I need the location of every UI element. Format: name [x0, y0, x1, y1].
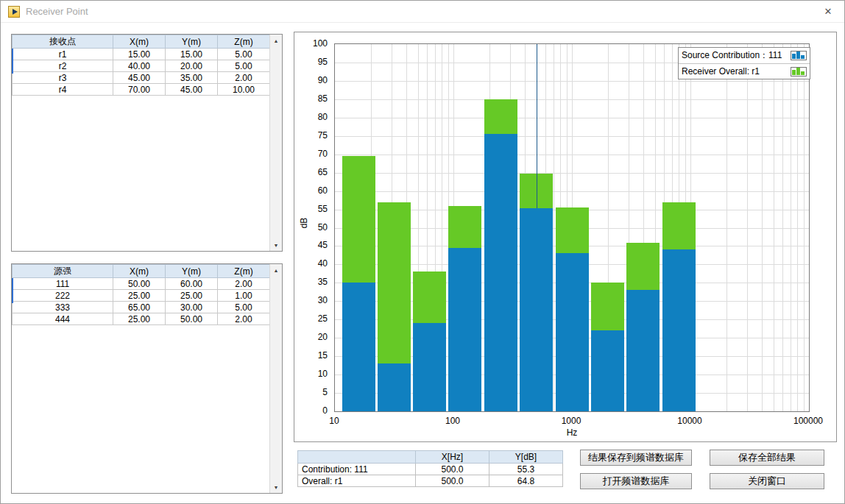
table-row[interactable]: 22225.0025.001.00 — [13, 290, 270, 302]
table-cell[interactable]: 20.00 — [166, 60, 218, 72]
table-row[interactable]: r345.0035.002.00 — [13, 72, 270, 84]
scroll-up-icon[interactable]: ▲ — [270, 264, 282, 276]
close-icon[interactable]: ✕ — [812, 1, 844, 23]
receiver-table[interactable]: 接收点X(m)Y(m)Z(m)r115.0015.005.00r240.0020… — [12, 35, 270, 96]
table-cell[interactable]: 25.00 — [113, 290, 166, 302]
table-cell[interactable]: 60.00 — [166, 278, 218, 290]
overall-bar — [662, 202, 696, 250]
table-cell[interactable]: 30.00 — [166, 302, 218, 313]
table-cell[interactable]: 2.00 — [218, 313, 270, 325]
column-header: 源强 — [13, 265, 113, 278]
table-cell[interactable]: 222 — [13, 290, 113, 302]
table-cell[interactable]: 15.00 — [166, 49, 218, 60]
selection-indicator — [12, 278, 13, 303]
y-tick-label: 75 — [318, 130, 328, 141]
legend-item[interactable]: Source Contribution：111 — [679, 48, 810, 63]
table-cell[interactable]: 10.00 — [218, 84, 270, 96]
x-tick-label: 10000 — [677, 416, 701, 426]
source-table-scrollbar[interactable]: ▲ ▼ — [269, 264, 282, 493]
table-row[interactable]: r240.0020.005.00 — [13, 60, 270, 72]
overall-bar — [378, 202, 411, 364]
scroll-down-icon[interactable]: ▼ — [270, 481, 282, 493]
table-cell[interactable]: 70.00 — [113, 84, 166, 96]
table-cell[interactable]: r3 — [13, 72, 113, 84]
table-row[interactable]: r470.0045.0010.00 — [13, 84, 270, 96]
plot-area[interactable] — [334, 43, 810, 412]
table-cell[interactable]: 5.00 — [218, 60, 270, 72]
table-cell[interactable]: 45.00 — [113, 72, 166, 84]
table-cell[interactable]: r2 — [13, 60, 113, 72]
table-cell[interactable]: 444 — [13, 313, 113, 325]
y-tick-label: 45 — [318, 240, 328, 250]
table-cell[interactable]: 25.00 — [166, 290, 218, 302]
source-table[interactable]: 源强X(m)Y(m)Z(m)11150.0060.002.0022225.002… — [12, 264, 270, 325]
table-cell[interactable]: 5.00 — [218, 302, 270, 313]
save-all-results-button[interactable]: 保存全部结果 — [710, 450, 824, 466]
column-header: 接收点 — [13, 35, 113, 49]
receiver-table-scrollbar[interactable]: ▲ ▼ — [269, 35, 282, 251]
gridline — [762, 44, 763, 411]
y-tick-label: 95 — [318, 57, 328, 67]
contribution-bar — [378, 363, 411, 411]
gridline — [554, 44, 554, 411]
table-row[interactable]: Overall: r1500.064.8 — [298, 475, 563, 487]
table-row[interactable]: 44425.0050.002.00 — [13, 313, 270, 325]
table-cell[interactable]: r4 — [13, 84, 113, 96]
table-cell[interactable]: 15.00 — [113, 49, 166, 60]
table-cell[interactable]: 2.00 — [218, 278, 270, 290]
y-tick-label: 5 — [322, 387, 328, 397]
gridline — [791, 44, 791, 411]
gridline — [782, 44, 783, 411]
table-cell[interactable]: 2.00 — [218, 72, 270, 84]
y-tick-label: 0 — [322, 405, 328, 416]
table-cell[interactable]: 50.00 — [113, 278, 166, 290]
close-window-button[interactable]: 关闭窗口 — [710, 473, 824, 489]
scroll-up-icon[interactable]: ▲ — [270, 35, 282, 46]
y-tick-label: 70 — [318, 149, 328, 159]
table-cell[interactable]: 1.00 — [218, 290, 270, 302]
table-cell[interactable]: 50.00 — [166, 313, 218, 325]
receiver-table-panel: 接收点X(m)Y(m)Z(m)r115.0015.005.00r240.0020… — [11, 34, 283, 252]
contribution-bar — [626, 290, 660, 411]
table-cell[interactable]: 55.3 — [489, 464, 563, 475]
column-header: Y[dB] — [489, 451, 563, 464]
table-cell[interactable]: Overall: r1 — [298, 475, 416, 487]
y-tick-label: 60 — [318, 185, 328, 196]
gridline — [774, 44, 774, 411]
x-tick-label: 100 — [445, 416, 460, 426]
column-header: Y(m) — [166, 265, 218, 278]
table-cell[interactable]: 45.00 — [166, 84, 218, 96]
table-cell[interactable]: 65.00 — [113, 302, 166, 313]
table-cell[interactable]: 25.00 — [113, 313, 166, 325]
table-row[interactable]: r115.0015.005.00 — [13, 49, 270, 60]
table-cell[interactable]: 500.0 — [416, 464, 489, 475]
graph-cursor-line[interactable] — [537, 44, 537, 208]
y-tick-label: 25 — [318, 313, 328, 324]
column-header: X(m) — [113, 35, 166, 49]
table-row[interactable]: 33365.0030.005.00 — [13, 302, 270, 313]
table-cell[interactable]: 111 — [13, 278, 113, 290]
table-cell[interactable]: 64.8 — [489, 475, 563, 487]
table-cell[interactable]: Contribution: 111 — [298, 464, 416, 475]
scroll-down-icon[interactable]: ▼ — [270, 239, 282, 251]
y-axis-ticks: 0510152025303540455055606570758085909510… — [294, 43, 330, 412]
contribution-bar — [591, 330, 624, 411]
chart-legend: Source Contribution：111Receiver Overall:… — [678, 47, 810, 79]
table-cell[interactable]: 35.00 — [166, 72, 218, 84]
x-tick-label: 10 — [329, 416, 339, 426]
open-spectrum-db-button[interactable]: 打开频谱数据库 — [580, 473, 692, 489]
table-cell[interactable]: 5.00 — [218, 49, 270, 60]
contribution-bar — [556, 253, 589, 411]
table-cell[interactable]: r1 — [13, 49, 113, 60]
contribution-bar — [484, 134, 517, 411]
table-row[interactable]: 11150.0060.002.00 — [13, 278, 270, 290]
overall-bar — [413, 271, 446, 323]
table-cell[interactable]: 40.00 — [113, 60, 166, 72]
legend-item[interactable]: Receiver Overall: r1 — [679, 63, 810, 79]
table-cell[interactable]: 333 — [13, 302, 113, 313]
table-row[interactable]: Contribution: 111500.055.3 — [298, 464, 563, 475]
table-cell[interactable]: 500.0 — [416, 475, 489, 487]
overall-bar — [448, 206, 481, 248]
save-result-to-spectrum-db-button[interactable]: 结果保存到频谱数据库 — [580, 450, 692, 466]
gridline — [804, 44, 805, 411]
